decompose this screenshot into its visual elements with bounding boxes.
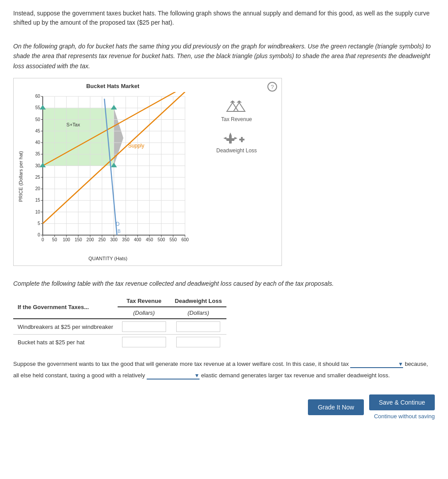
deadweight-loss-legend: Deadweight Loss (216, 131, 257, 154)
help-icon[interactable]: ? (267, 82, 277, 92)
svg-marker-5 (237, 100, 242, 103)
tax-good-dropdown[interactable]: windbreakers bucket hats (350, 361, 394, 367)
deadweight-loss-label: Deadweight Loss (216, 147, 257, 154)
tax-good-dropdown-wrapper[interactable]: windbreakers bucket hats ▼ (350, 361, 403, 368)
row1-label: Windbreakers at $25 per windbreaker (13, 319, 118, 335)
row1-deadweight-loss[interactable] (170, 319, 226, 335)
table-row: Bucket hats at $25 per hat (13, 335, 226, 350)
svg-marker-8 (229, 133, 232, 136)
graph-container: ? Bucket Hats Market PRICE (Dollars per … (13, 78, 282, 266)
row2-tax-revenue-input[interactable] (122, 337, 166, 347)
tax-revenue-icon (225, 100, 249, 114)
elasticity-dropdown[interactable]: more less inelastic elastic (147, 372, 191, 379)
col2-header: Tax Revenue (118, 295, 170, 307)
y-axis-label: PRICE (Dollars per hat) (18, 151, 23, 202)
col2-sub: (Dollars) (118, 307, 170, 319)
row2-deadweight-loss[interactable] (170, 335, 226, 350)
svg-rect-13 (239, 139, 244, 140)
save-and-continue-button[interactable]: Save & Continue (369, 394, 435, 410)
buttons-row: Grade It Now Save & Continue Continue wi… (13, 394, 435, 420)
btn-row: Save & Continue (369, 394, 435, 410)
legend-area: Tax Revenue (216, 83, 257, 154)
grade-it-now-button[interactable]: Grade It Now (308, 399, 363, 415)
tax-revenue-label: Tax Revenue (221, 116, 252, 122)
col3-header: Deadweight Loss (170, 295, 226, 307)
bottom-text: Suppose the government wants to tax the … (13, 358, 435, 381)
tax-revenue-legend: Tax Revenue (221, 100, 252, 122)
table-row: Windbreakers at $25 per windbreaker (13, 319, 226, 335)
tax-table: If the Government Taxes... Tax Revenue D… (13, 295, 226, 350)
deadweight-loss-icon (223, 131, 250, 145)
svg-marker-10 (223, 137, 226, 140)
row1-tax-revenue[interactable] (118, 319, 170, 335)
dropdown2-wrapper: more less inelastic elastic ▼ (147, 372, 201, 379)
right-buttons: Save & Continue Continue without saving (369, 394, 435, 420)
elasticity-dropdown-wrapper[interactable]: more less inelastic elastic ▼ (147, 372, 200, 380)
dropdown1-arrow: ▼ (398, 359, 403, 369)
chart-title: Bucket Hats Market (18, 83, 207, 89)
svg-marker-11 (234, 137, 237, 140)
x-axis-label: QUANTITY (Hats) (24, 256, 192, 261)
row2-deadweight-loss-input[interactable] (176, 337, 220, 347)
dropdown2-arrow: ▼ (194, 370, 200, 381)
intro-paragraph2: On the following graph, do for bucket ha… (13, 41, 435, 71)
col1-header: If the Government Taxes... (13, 295, 118, 319)
row2-tax-revenue[interactable] (118, 335, 170, 350)
row2-label: Bucket hats at $25 per hat (13, 335, 118, 350)
bottom-text-part1: Suppose the government wants to tax the … (13, 361, 349, 367)
table-section-label: Complete the following table with the ta… (13, 279, 435, 288)
col3-sub: (Dollars) (170, 307, 226, 319)
continue-without-saving-link[interactable]: Continue without saving (374, 413, 435, 420)
intro-paragraph1: Instead, suppose the government taxes bu… (13, 9, 435, 27)
row1-tax-revenue-input[interactable] (122, 321, 166, 332)
bottom-text-part3: elastic demand generates larger tax reve… (201, 372, 390, 379)
row1-deadweight-loss-input[interactable] (176, 321, 220, 332)
dropdown1-wrapper: windbreakers bucket hats ▼ (350, 361, 405, 367)
svg-marker-4 (230, 100, 235, 103)
chart-wrapper: Bucket Hats Market PRICE (Dollars per ha… (18, 83, 207, 261)
